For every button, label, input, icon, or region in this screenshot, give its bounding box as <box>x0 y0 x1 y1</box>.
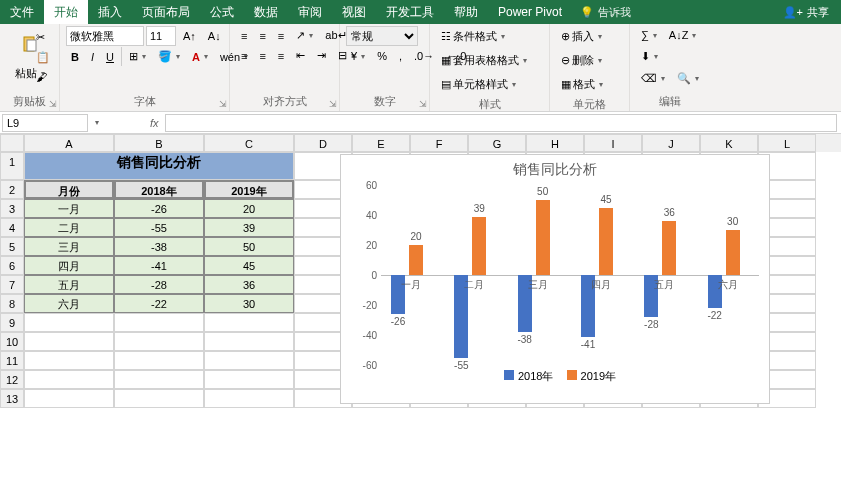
tab-formulas[interactable]: 公式 <box>200 0 244 24</box>
cell-styles-button[interactable]: ▤ 单元格样式 <box>436 74 521 95</box>
cell[interactable]: 三月 <box>24 237 114 256</box>
column-header[interactable]: C <box>204 134 294 152</box>
cell[interactable]: 二月 <box>24 218 114 237</box>
copy-button[interactable]: 📋 <box>31 48 55 67</box>
fill-color-button[interactable]: 🪣 <box>153 47 185 66</box>
column-header[interactable]: A <box>24 134 114 152</box>
cell[interactable] <box>204 351 294 370</box>
row-header[interactable]: 1 <box>0 152 24 180</box>
cell[interactable]: -22 <box>114 294 204 313</box>
align-left-button[interactable]: ≡ <box>236 46 252 65</box>
row-header[interactable]: 13 <box>0 389 24 408</box>
row-header[interactable]: 10 <box>0 332 24 351</box>
select-all-cell[interactable] <box>0 134 24 152</box>
fill-button[interactable]: ⬇ <box>636 47 663 66</box>
tab-help[interactable]: 帮助 <box>444 0 488 24</box>
font-launcher[interactable]: ⇲ <box>219 99 227 109</box>
align-launcher[interactable]: ⇲ <box>329 99 337 109</box>
cell[interactable] <box>114 332 204 351</box>
orientation-button[interactable]: ↗ <box>291 26 318 45</box>
cell[interactable]: 一月 <box>24 199 114 218</box>
cell[interactable] <box>24 389 114 408</box>
border-button[interactable]: ⊞ <box>124 47 151 66</box>
number-launcher[interactable]: ⇲ <box>419 99 427 109</box>
increase-indent-button[interactable]: ⇥ <box>312 46 331 65</box>
font-name-input[interactable] <box>66 26 144 46</box>
align-middle-button[interactable]: ≡ <box>254 26 270 45</box>
share-button[interactable]: 👤+ 共享 <box>771 5 841 20</box>
cut-button[interactable]: ✂ <box>31 28 55 47</box>
chart-bar[interactable] <box>536 200 550 275</box>
row-header[interactable]: 11 <box>0 351 24 370</box>
underline-button[interactable]: U <box>101 47 119 66</box>
format-as-table-button[interactable]: ▦ 套用表格格式 <box>436 50 532 71</box>
autosum-button[interactable]: ∑ <box>636 26 662 44</box>
cell[interactable]: 六月 <box>24 294 114 313</box>
cell[interactable]: 45 <box>204 256 294 275</box>
chart-bar[interactable] <box>409 245 423 275</box>
cell[interactable]: 39 <box>204 218 294 237</box>
tellme-search[interactable]: 💡 告诉我 <box>572 5 639 20</box>
column-header[interactable]: E <box>352 134 410 152</box>
clear-button[interactable]: ⌫ <box>636 69 670 88</box>
column-header[interactable]: H <box>526 134 584 152</box>
tab-home[interactable]: 开始 <box>44 0 88 24</box>
increase-font-button[interactable]: A↑ <box>178 26 201 46</box>
column-header[interactable]: K <box>700 134 758 152</box>
column-header[interactable]: J <box>642 134 700 152</box>
tab-developer[interactable]: 开发工具 <box>376 0 444 24</box>
cell[interactable] <box>24 313 114 332</box>
chart-bar[interactable] <box>472 217 486 276</box>
tab-powerpivot[interactable]: Power Pivot <box>488 0 572 24</box>
row-header[interactable]: 4 <box>0 218 24 237</box>
cell[interactable]: 36 <box>204 275 294 294</box>
cell[interactable] <box>24 370 114 389</box>
tab-review[interactable]: 审阅 <box>288 0 332 24</box>
cell[interactable] <box>204 370 294 389</box>
decrease-indent-button[interactable]: ⇤ <box>291 46 310 65</box>
chart-bar[interactable] <box>726 230 740 275</box>
cell[interactable]: -28 <box>114 275 204 294</box>
currency-button[interactable]: ¥ <box>346 47 370 65</box>
row-header[interactable]: 6 <box>0 256 24 275</box>
row-header[interactable]: 8 <box>0 294 24 313</box>
column-header[interactable]: D <box>294 134 352 152</box>
column-header[interactable]: F <box>410 134 468 152</box>
bold-button[interactable]: B <box>66 47 84 66</box>
font-size-input[interactable] <box>146 26 176 46</box>
tab-file[interactable]: 文件 <box>0 0 44 24</box>
cell[interactable]: 20 <box>204 199 294 218</box>
tab-insert[interactable]: 插入 <box>88 0 132 24</box>
comma-button[interactable]: , <box>394 47 407 65</box>
cell[interactable]: 50 <box>204 237 294 256</box>
delete-cells-button[interactable]: ⊖ 删除 <box>556 50 607 71</box>
number-format-select[interactable]: 常规 <box>346 26 418 46</box>
find-select-button[interactable]: 🔍 <box>672 69 704 88</box>
cell[interactable] <box>204 389 294 408</box>
chart-bar[interactable] <box>599 208 613 276</box>
align-bottom-button[interactable]: ≡ <box>273 26 289 45</box>
cell[interactable]: -55 <box>114 218 204 237</box>
conditional-format-button[interactable]: ☷ 条件格式 <box>436 26 510 47</box>
row-header[interactable]: 2 <box>0 180 24 199</box>
clipboard-launcher[interactable]: ⇲ <box>49 99 57 109</box>
tab-page-layout[interactable]: 页面布局 <box>132 0 200 24</box>
italic-button[interactable]: I <box>86 47 99 66</box>
column-header[interactable]: I <box>584 134 642 152</box>
cell[interactable]: 五月 <box>24 275 114 294</box>
column-header[interactable]: L <box>758 134 816 152</box>
cell[interactable] <box>114 351 204 370</box>
chart-legend[interactable]: 2018年 2019年 <box>341 365 769 388</box>
column-header[interactable]: G <box>468 134 526 152</box>
row-header[interactable]: 5 <box>0 237 24 256</box>
cell[interactable] <box>114 389 204 408</box>
cell[interactable]: -41 <box>114 256 204 275</box>
cell[interactable]: 月份 <box>24 180 114 199</box>
fx-icon[interactable]: fx <box>144 117 165 129</box>
worksheet[interactable]: ABCDEFGHIJKL 1销售同比分析2月份2018年2019年3一月-262… <box>0 134 841 408</box>
formula-bar[interactable] <box>165 114 837 132</box>
cell[interactable] <box>204 313 294 332</box>
font-color-button[interactable]: A <box>187 47 213 66</box>
decrease-font-button[interactable]: A↓ <box>203 26 226 46</box>
cell[interactable] <box>114 313 204 332</box>
